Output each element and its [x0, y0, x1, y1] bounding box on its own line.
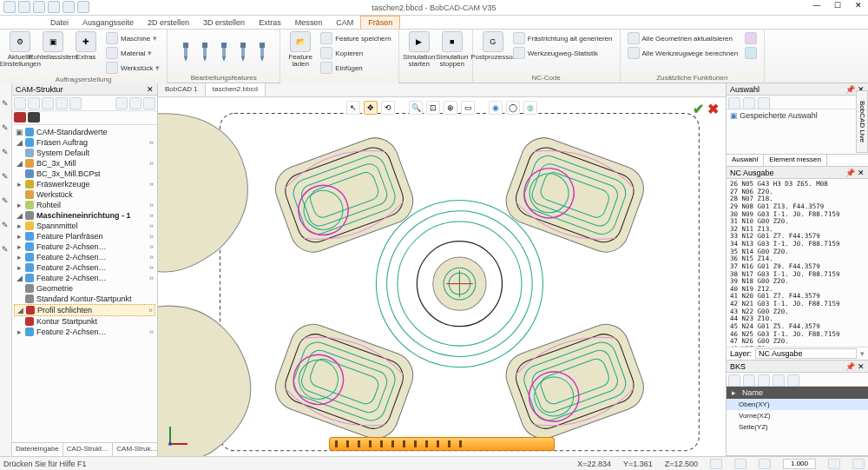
zoom-in-icon[interactable]: 🔍 — [409, 101, 423, 115]
tree-node[interactable]: ▸Feature 2-Achsen…» — [14, 252, 155, 262]
iso-icon[interactable]: ◍ — [523, 101, 537, 115]
status-btn[interactable] — [759, 459, 771, 469]
btn-extra1[interactable] — [743, 31, 759, 45]
tree-node[interactable]: Standard Kontur-Startpunkt — [14, 294, 155, 304]
status-btn[interactable] — [852, 459, 865, 469]
bks-row[interactable]: Oben(XY) — [727, 399, 868, 410]
pan-icon[interactable]: ✥ — [364, 101, 378, 115]
mill-feature-button[interactable] — [256, 43, 268, 62]
cam-tree[interactable]: ▣CAM-Standardwerte◢Fräsen Auftrag»System… — [12, 125, 157, 442]
rail-icon[interactable]: ✎ — [2, 123, 10, 132]
bks-row[interactable]: Vorne(XZ) — [727, 410, 868, 421]
btn-werkzeugweg-statistik[interactable]: Werkzeugweg-Statistik — [511, 46, 615, 60]
btn-sim-stoppen[interactable]: ■Simulation stoppen — [437, 31, 467, 68]
tree-node[interactable]: Kontur Startpunkt — [14, 316, 155, 327]
toolbar-btn[interactable] — [143, 97, 155, 109]
btn-werkstueck[interactable]: Werkstück▾ — [104, 61, 161, 75]
btn-fraesrichtung[interactable]: Frästrichtung alt generieren — [511, 31, 615, 45]
tree-node[interactable]: ▸Rohteil» — [14, 200, 155, 210]
minimize-button[interactable]: — — [809, 1, 825, 10]
btn-extra2[interactable] — [743, 46, 759, 60]
mill-feature-button[interactable] — [218, 43, 230, 62]
tab-auswahl[interactable]: Auswahl — [727, 155, 764, 166]
maximize-button[interactable]: ☐ — [830, 1, 845, 10]
tab-messen[interactable]: Messen — [288, 17, 330, 29]
tb[interactable] — [728, 97, 740, 109]
mode-btn[interactable] — [28, 112, 40, 122]
zoom-window-icon[interactable]: ⊡ — [426, 101, 440, 115]
toolbar-btn[interactable] — [115, 97, 128, 109]
bks-row[interactable]: Seite(YZ) — [727, 421, 868, 433]
btn-postprozessor[interactable]: GPostprozessor — [478, 31, 508, 61]
btn-einfuegen[interactable]: Einfügen — [319, 61, 392, 75]
tree-node[interactable]: Werkstück — [14, 189, 155, 200]
tab-3d[interactable]: 3D erstellen — [196, 17, 252, 29]
qa-btn[interactable] — [48, 1, 60, 13]
close-icon[interactable]: ✕ — [147, 85, 154, 94]
rail-icon[interactable]: ✎ — [2, 245, 10, 254]
tree-node[interactable]: System Default — [14, 148, 155, 158]
tree-node[interactable]: ◢BC_3x_Mill» — [14, 158, 155, 169]
status-btn[interactable] — [734, 459, 746, 469]
tab-cam[interactable]: CAM — [329, 17, 360, 29]
btn-werkzeugwege-berechnen[interactable]: Alle Werkzeugwege berechnen — [626, 46, 740, 60]
rail-icon[interactable]: ✎ — [2, 196, 10, 205]
qa-btn[interactable] — [77, 1, 89, 13]
tree-node[interactable]: ▸Feature Planfräsen» — [14, 231, 155, 242]
btn-extras[interactable]: ✚Extras — [71, 31, 101, 61]
tab-element-messen[interactable]: Element messen — [764, 155, 827, 166]
viewport[interactable]: ↖ ✥ ⟲ 🔍 ⊡ ⊕ ▭ ◉ ◯ ◍ ✔ ✖ — [158, 97, 726, 456]
wire-icon[interactable]: ◯ — [506, 101, 520, 115]
toolbar-btn[interactable] — [14, 97, 26, 109]
tree-node[interactable]: Geometrie — [14, 283, 155, 294]
tab-ausgangsseite[interactable]: Ausgangsseite — [76, 17, 141, 29]
tab-extras[interactable]: Extras — [252, 17, 288, 29]
pin-icon[interactable]: 📌 ✕ — [845, 362, 865, 371]
qa-btn[interactable] — [33, 1, 45, 13]
shade-icon[interactable]: ◉ — [489, 101, 503, 115]
accept-icon[interactable]: ✔ — [693, 101, 704, 117]
rail-icon[interactable]: ✎ — [2, 221, 10, 229]
select-icon[interactable]: ↖ — [346, 101, 360, 115]
btn-maschine[interactable]: Maschine▾ — [104, 31, 161, 45]
btn-feature-laden[interactable]: 📂Feature laden — [286, 31, 315, 68]
btn-feature-speichern[interactable]: Feature speichern — [319, 31, 392, 45]
toolbar-btn[interactable] — [56, 97, 68, 109]
mill-feature-button[interactable] — [180, 43, 192, 62]
tree-node[interactable]: ◢Feature 2-Achsen…» — [14, 273, 155, 283]
tab-2d[interactable]: 2D erstellen — [141, 17, 196, 29]
view-icon[interactable]: ▭ — [461, 101, 475, 115]
tree-node[interactable]: BC_3x_Mill.BCPst — [14, 169, 155, 179]
panel-tab[interactable]: CAM-Struk… — [113, 443, 161, 456]
rail-icon[interactable]: ✎ — [2, 99, 10, 108]
tb[interactable] — [728, 374, 740, 387]
doc-tab[interactable]: taschen2.bbcd — [206, 83, 266, 96]
close-button[interactable]: ✕ — [851, 1, 866, 10]
rail-icon[interactable]: ✎ — [2, 172, 10, 181]
simulation-timeline[interactable] — [329, 437, 555, 451]
tree-node[interactable]: ◢Fräsen Auftrag» — [14, 137, 155, 148]
mode-btn[interactable] — [14, 112, 26, 122]
qa-btn[interactable] — [3, 1, 16, 13]
tab-fraesen[interactable]: Fräsen — [360, 16, 400, 29]
toolbar-btn[interactable] — [129, 97, 141, 109]
cancel-icon[interactable]: ✖ — [707, 101, 719, 117]
pin-icon[interactable]: 📌 ✕ — [845, 169, 865, 177]
btn-sim-starten[interactable]: ▶Simulation starten — [404, 31, 434, 68]
rotate-icon[interactable]: ⟲ — [381, 101, 395, 115]
toolbar-btn[interactable] — [42, 97, 54, 109]
mill-feature-button[interactable] — [237, 43, 249, 62]
tab-datei[interactable]: Datei — [43, 17, 76, 29]
btn-kopieren[interactable]: Kopieren — [319, 46, 392, 60]
doc-tab[interactable]: BobCAD 1 — [158, 83, 206, 96]
panel-tab[interactable]: CAD-Strukt… — [63, 443, 113, 456]
tb[interactable] — [758, 97, 770, 109]
tree-node[interactable]: ◢Profil schlichten» — [14, 304, 155, 316]
tree-node[interactable]: ▸Feature 2-Achsen…» — [14, 327, 155, 337]
status-btn[interactable] — [710, 459, 722, 469]
zoom-fit-icon[interactable]: ⊕ — [444, 101, 457, 115]
tree-node[interactable]: ▸Fräswerkzeuge» — [14, 179, 155, 189]
tree-node[interactable]: ▸Spannmittel» — [14, 221, 155, 231]
layer-dropdown[interactable]: NC Ausgabe — [755, 348, 857, 359]
tb[interactable] — [787, 374, 799, 387]
